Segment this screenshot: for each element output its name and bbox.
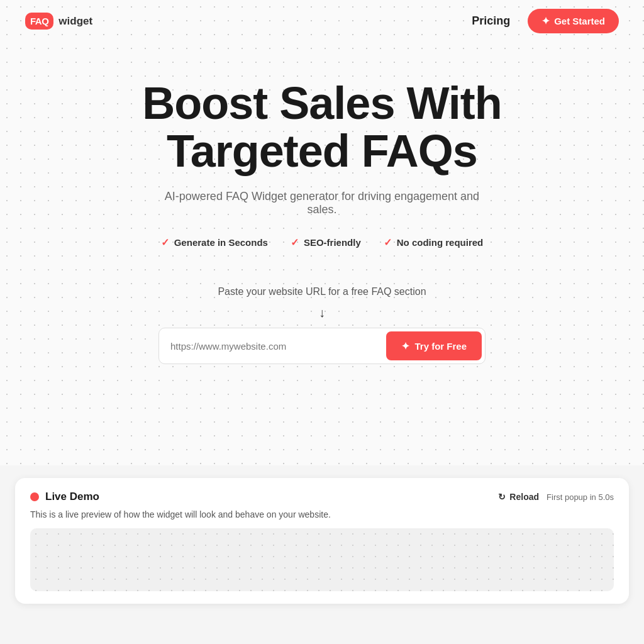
live-demo-header: Live Demo ↻ Reload First popup in 5.0s [30, 491, 614, 503]
live-demo-controls: ↻ Reload First popup in 5.0s [498, 492, 614, 502]
feature-generate-label: Generate in Seconds [174, 237, 268, 248]
logo-widget-text: widget [58, 15, 92, 28]
feature-no-coding: ✓ No coding required [384, 236, 484, 248]
hero-subtitle: AI-powered FAQ Widget generator for driv… [158, 190, 486, 216]
popup-timer: First popup in 5.0s [547, 492, 614, 502]
pricing-link[interactable]: Pricing [472, 14, 510, 28]
reload-icon: ↻ [498, 492, 506, 502]
check-icon-seo: ✓ [291, 236, 299, 248]
live-demo-description: This is a live preview of how the widget… [30, 509, 614, 519]
hero-title: Boost Sales With Targeted FAQs [142, 80, 501, 175]
live-demo-title-row: Live Demo [30, 491, 99, 503]
live-indicator-dot [30, 492, 39, 501]
logo: FAQ widget [25, 13, 92, 30]
cta-section: Paste your website URL for a free FAQ se… [158, 286, 486, 364]
live-demo-preview [30, 528, 614, 591]
get-started-button[interactable]: ✦ Get Started [528, 9, 619, 33]
logo-box: FAQ [25, 13, 53, 30]
live-demo-section: Live Demo ↻ Reload First popup in 5.0s T… [15, 478, 629, 604]
try-free-sparkle-icon: ✦ [401, 340, 409, 352]
hero-title-line2: Targeted FAQs [167, 126, 477, 176]
feature-generate: ✓ Generate in Seconds [161, 236, 268, 248]
hero-title-line1: Boost Sales With [142, 78, 501, 128]
check-icon-generate: ✓ [161, 236, 169, 248]
get-started-label: Get Started [554, 16, 605, 26]
nav-right: Pricing ✦ Get Started [472, 9, 619, 33]
cta-hint: Paste your website URL for a free FAQ se… [218, 286, 426, 297]
try-free-button[interactable]: ✦ Try for Free [386, 331, 482, 360]
reload-button[interactable]: ↻ Reload [498, 492, 539, 502]
url-input-row: ✦ Try for Free [158, 328, 486, 364]
try-free-label: Try for Free [414, 341, 467, 352]
features-row: ✓ Generate in Seconds ✓ SEO-friendly ✓ N… [161, 236, 484, 248]
feature-seo-label: SEO-friendly [304, 237, 361, 248]
navbar: FAQ widget Pricing ✦ Get Started [0, 0, 644, 42]
arrow-down-icon: ↓ [319, 306, 325, 319]
sparkle-icon: ✦ [541, 15, 550, 27]
reload-label: Reload [509, 492, 539, 502]
hero-content: Boost Sales With Targeted FAQs AI-powere… [0, 42, 644, 389]
check-icon-no-coding: ✓ [384, 236, 392, 248]
hero-section: FAQ widget Pricing ✦ Get Started Boost S… [0, 0, 644, 465]
url-input[interactable] [159, 328, 386, 364]
feature-seo: ✓ SEO-friendly [291, 236, 361, 248]
live-demo-title: Live Demo [45, 491, 99, 503]
feature-no-coding-label: No coding required [397, 237, 484, 248]
logo-faq-text: FAQ [30, 16, 48, 26]
